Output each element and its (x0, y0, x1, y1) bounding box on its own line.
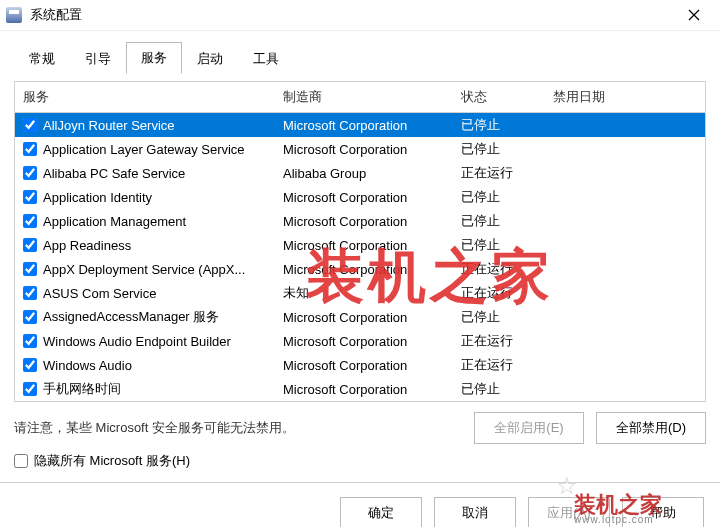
row-checkbox[interactable] (23, 382, 37, 396)
table-row[interactable]: AssignedAccessManager 服务Microsoft Corpor… (15, 305, 705, 329)
cell-maker: Microsoft Corporation (283, 382, 461, 397)
cell-service: Application Layer Gateway Service (43, 142, 283, 157)
tabbar: 常规 引导 服务 启动 工具 (0, 31, 720, 73)
cell-maker: Microsoft Corporation (283, 190, 461, 205)
list-header: 服务 制造商 状态 禁用日期 (14, 81, 706, 112)
titlebar: 系统配置 (0, 0, 720, 31)
tab-services[interactable]: 服务 (126, 42, 182, 74)
cancel-button[interactable]: 取消 (434, 497, 516, 527)
note-area: 请注意，某些 Microsoft 安全服务可能无法禁用。 全部启用(E) 全部禁… (14, 402, 706, 450)
tab-label: 服务 (141, 50, 167, 65)
cell-status: 正在运行 (461, 260, 553, 278)
cell-service: 手机网络时间 (43, 380, 283, 398)
dialog-footer: 确定 取消 应用(A) 帮助 (0, 482, 720, 527)
cell-status: 已停止 (461, 116, 553, 134)
cell-maker: Microsoft Corporation (283, 262, 461, 277)
cell-status: 已停止 (461, 212, 553, 230)
table-row[interactable]: Alibaba PC Safe ServiceAlibaba Group正在运行 (15, 161, 705, 185)
tab-label: 引导 (85, 51, 111, 66)
cell-maker: Microsoft Corporation (283, 334, 461, 349)
row-checkbox[interactable] (23, 286, 37, 300)
table-row[interactable]: Windows Audio Endpoint BuilderMicrosoft … (15, 329, 705, 353)
row-checkbox[interactable] (23, 166, 37, 180)
cell-service: Alibaba PC Safe Service (43, 166, 283, 181)
table-row[interactable]: AppX Deployment Service (AppX...Microsof… (15, 257, 705, 281)
cell-status: 已停止 (461, 380, 553, 398)
window-title: 系统配置 (30, 6, 674, 24)
tab-label: 启动 (197, 51, 223, 66)
cell-service: Windows Audio Endpoint Builder (43, 334, 283, 349)
header-date[interactable]: 禁用日期 (553, 88, 697, 106)
cell-status: 正在运行 (461, 332, 553, 350)
row-checkbox[interactable] (23, 118, 37, 132)
header-maker[interactable]: 制造商 (283, 88, 461, 106)
hide-ms-checkbox[interactable] (14, 454, 28, 468)
cell-service: AssignedAccessManager 服务 (43, 308, 283, 326)
help-button[interactable]: 帮助 (622, 497, 704, 527)
cell-maker: Alibaba Group (283, 166, 461, 181)
cell-status: 已停止 (461, 140, 553, 158)
row-checkbox[interactable] (23, 190, 37, 204)
services-list[interactable]: AllJoyn Router ServiceMicrosoft Corporat… (14, 112, 706, 402)
cell-status: 正在运行 (461, 164, 553, 182)
tab-label: 工具 (253, 51, 279, 66)
row-checkbox[interactable] (23, 334, 37, 348)
cell-service: Application Identity (43, 190, 283, 205)
cell-maker: Microsoft Corporation (283, 142, 461, 157)
row-checkbox[interactable] (23, 262, 37, 276)
row-checkbox[interactable] (23, 358, 37, 372)
cell-service: App Readiness (43, 238, 283, 253)
table-row[interactable]: App ReadinessMicrosoft Corporation已停止 (15, 233, 705, 257)
table-row[interactable]: Application IdentityMicrosoft Corporatio… (15, 185, 705, 209)
cell-maker: Microsoft Corporation (283, 238, 461, 253)
hide-ms-row: 隐藏所有 Microsoft 服务(H) (14, 450, 706, 470)
hide-ms-label[interactable]: 隐藏所有 Microsoft 服务(H) (34, 452, 190, 470)
table-row[interactable]: Application Layer Gateway ServiceMicroso… (15, 137, 705, 161)
apply-button[interactable]: 应用(A) (528, 497, 610, 527)
tab-content: 服务 制造商 状态 禁用日期 AllJoyn Router ServiceMic… (14, 81, 706, 470)
tab-general[interactable]: 常规 (14, 43, 70, 74)
note-text: 请注意，某些 Microsoft 安全服务可能无法禁用。 (14, 419, 462, 437)
tab-label: 常规 (29, 51, 55, 66)
tab-tools[interactable]: 工具 (238, 43, 294, 74)
tab-startup[interactable]: 启动 (182, 43, 238, 74)
cell-maker: Microsoft Corporation (283, 118, 461, 133)
app-icon (6, 7, 22, 23)
ok-button[interactable]: 确定 (340, 497, 422, 527)
cell-service: AppX Deployment Service (AppX... (43, 262, 283, 277)
cell-maker: Microsoft Corporation (283, 310, 461, 325)
cell-status: 已停止 (461, 308, 553, 326)
table-row[interactable]: Application ManagementMicrosoft Corporat… (15, 209, 705, 233)
cell-service: Windows Audio (43, 358, 283, 373)
cell-status: 已停止 (461, 236, 553, 254)
table-row[interactable]: AllJoyn Router ServiceMicrosoft Corporat… (15, 113, 705, 137)
cell-service: AllJoyn Router Service (43, 118, 283, 133)
enable-all-button[interactable]: 全部启用(E) (474, 412, 584, 444)
header-status[interactable]: 状态 (461, 88, 553, 106)
cell-status: 正在运行 (461, 284, 553, 302)
close-button[interactable] (674, 0, 714, 30)
cell-service: ASUS Com Service (43, 286, 283, 301)
cell-maker: 未知 (283, 284, 461, 302)
disable-all-button[interactable]: 全部禁用(D) (596, 412, 706, 444)
table-row[interactable]: 手机网络时间Microsoft Corporation已停止 (15, 377, 705, 401)
cell-service: Application Management (43, 214, 283, 229)
cell-maker: Microsoft Corporation (283, 358, 461, 373)
cell-maker: Microsoft Corporation (283, 214, 461, 229)
header-service[interactable]: 服务 (23, 88, 283, 106)
cell-status: 已停止 (461, 188, 553, 206)
tab-boot[interactable]: 引导 (70, 43, 126, 74)
cell-status: 正在运行 (461, 356, 553, 374)
row-checkbox[interactable] (23, 238, 37, 252)
row-checkbox[interactable] (23, 142, 37, 156)
row-checkbox[interactable] (23, 214, 37, 228)
row-checkbox[interactable] (23, 310, 37, 324)
table-row[interactable]: Windows AudioMicrosoft Corporation正在运行 (15, 353, 705, 377)
table-row[interactable]: ASUS Com Service未知正在运行 (15, 281, 705, 305)
close-icon (688, 9, 700, 21)
